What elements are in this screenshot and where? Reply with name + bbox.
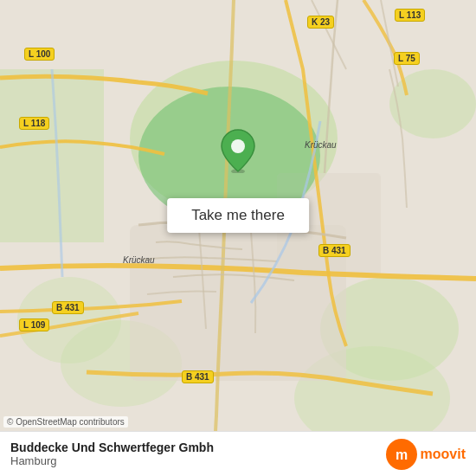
- svg-text:m: m: [396, 447, 408, 462]
- svg-rect-2: [0, 69, 104, 242]
- road-label-kruckau-bottom: Krückau: [123, 255, 155, 265]
- take-me-there-button[interactable]: Take me there: [167, 198, 309, 233]
- road-label-l109: L 109: [19, 318, 49, 331]
- road-label-b431-bottom: B 431: [182, 370, 214, 383]
- road-label-kruckau-top: Krückau: [305, 140, 337, 150]
- company-city: Hamburg: [10, 454, 214, 467]
- road-label-l118: L 118: [19, 117, 49, 130]
- company-name: Buddecke Und Schwertfeger Gmbh: [10, 441, 214, 454]
- bottom-bar: Buddecke Und Schwertfeger Gmbh Hamburg m…: [0, 431, 476, 476]
- road-label-b431-left: B 431: [52, 301, 84, 314]
- road-label-l75: L 75: [394, 52, 420, 65]
- svg-point-12: [231, 139, 245, 153]
- road-label-l100: L 100: [24, 48, 55, 61]
- osm-attribution: © OpenStreetMap contributors: [3, 416, 128, 428]
- map-container: L 113 K 23 L 100 L 75 L 118 B 431 B 431 …: [0, 0, 476, 476]
- company-info: Buddecke Und Schwertfeger Gmbh Hamburg: [10, 441, 214, 467]
- road-label-k23: K 23: [307, 16, 334, 29]
- road-label-l113: L 113: [395, 9, 425, 22]
- road-label-b431-right: B 431: [318, 244, 351, 257]
- moovit-icon: m: [386, 439, 417, 470]
- moovit-text: moovit: [421, 447, 466, 462]
- moovit-logo[interactable]: m moovit: [386, 439, 466, 470]
- location-pin: [220, 128, 256, 177]
